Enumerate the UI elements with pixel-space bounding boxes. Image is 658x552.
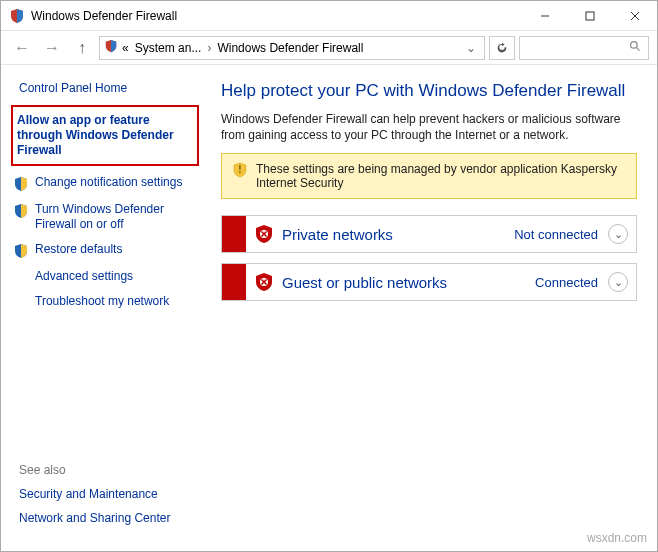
shield-icon [13, 203, 29, 219]
shield-icon [13, 176, 29, 192]
maximize-button[interactable] [567, 1, 612, 31]
forward-button[interactable]: → [39, 35, 65, 61]
breadcrumb-dropdown-icon[interactable]: ⌄ [462, 41, 480, 55]
shield-blocked-icon [254, 272, 274, 292]
chevron-down-icon[interactable]: ⌄ [608, 272, 628, 292]
see-also-link-network[interactable]: Network and Sharing Center [19, 511, 195, 525]
sidebar-item-allow-app[interactable]: Allow an app or feature through Windows … [11, 105, 199, 166]
sidebar-item-troubleshoot[interactable]: Troubleshoot my network [9, 289, 201, 314]
svg-line-5 [636, 47, 639, 50]
page-description: Windows Defender Firewall can help preve… [221, 111, 637, 143]
address-bar: ← → ↑ « System an... › Windows Defender … [1, 31, 657, 65]
sidebar-item-label: Allow an app or feature through Windows … [17, 113, 191, 158]
shield-icon [13, 243, 29, 259]
breadcrumb-root-icon [104, 39, 118, 56]
close-button[interactable] [612, 1, 657, 31]
sidebar-item-change-notifications[interactable]: Change notification settings [9, 170, 201, 197]
search-input[interactable] [519, 36, 649, 60]
breadcrumb[interactable]: « System an... › Windows Defender Firewa… [99, 36, 485, 60]
sidebar-item-label: Troubleshoot my network [35, 294, 169, 309]
see-also-header: See also [19, 463, 195, 477]
network-section-public[interactable]: Guest or public networks Connected ⌄ [221, 263, 637, 301]
status-redbar [222, 216, 246, 252]
refresh-button[interactable] [489, 36, 515, 60]
breadcrumb-item[interactable]: System an... [133, 41, 204, 55]
sidebar-item-label: Advanced settings [35, 269, 133, 284]
network-status: Not connected [514, 227, 598, 242]
status-redbar [222, 264, 246, 300]
firewall-app-icon [9, 8, 25, 24]
network-section-private[interactable]: Private networks Not connected ⌄ [221, 215, 637, 253]
svg-rect-1 [586, 12, 594, 20]
back-button[interactable]: ← [9, 35, 35, 61]
sidebar-item-advanced-settings[interactable]: Advanced settings [9, 264, 201, 289]
chevron-down-icon[interactable]: ⌄ [608, 224, 628, 244]
svg-text:!: ! [238, 164, 241, 175]
main-panel: Help protect your PC with Windows Defend… [209, 65, 657, 551]
warning-banner: ! These settings are being managed by ve… [221, 153, 637, 199]
sidebar: Control Panel Home Allow an app or featu… [1, 65, 209, 551]
sidebar-item-restore-defaults[interactable]: Restore defaults [9, 237, 201, 264]
minimize-button[interactable] [522, 1, 567, 31]
sidebar-item-turn-firewall[interactable]: Turn Windows Defender Firewall on or off [9, 197, 201, 237]
window-title: Windows Defender Firewall [31, 9, 177, 23]
warning-icon: ! [232, 162, 248, 190]
breadcrumb-item[interactable]: Windows Defender Firewall [215, 41, 365, 55]
sidebar-item-label: Restore defaults [35, 242, 122, 257]
page-title: Help protect your PC with Windows Defend… [221, 81, 637, 101]
titlebar: Windows Defender Firewall [1, 1, 657, 31]
warning-text: These settings are being managed by vend… [256, 162, 626, 190]
shield-blocked-icon [254, 224, 274, 244]
breadcrumb-root-symbol: « [120, 41, 131, 55]
watermark-text: wsxdn.com [587, 531, 647, 545]
see-also-section: See also Security and Maintenance Networ… [9, 463, 201, 541]
network-name: Guest or public networks [282, 274, 535, 291]
sidebar-item-label: Change notification settings [35, 175, 182, 190]
network-name: Private networks [282, 226, 514, 243]
chevron-right-icon: › [205, 41, 213, 55]
control-panel-home-link[interactable]: Control Panel Home [9, 79, 201, 105]
network-status: Connected [535, 275, 598, 290]
search-icon [629, 40, 642, 56]
see-also-link-security[interactable]: Security and Maintenance [19, 487, 195, 501]
up-button[interactable]: ↑ [69, 35, 95, 61]
svg-point-4 [631, 41, 638, 48]
sidebar-item-label: Turn Windows Defender Firewall on or off [35, 202, 195, 232]
